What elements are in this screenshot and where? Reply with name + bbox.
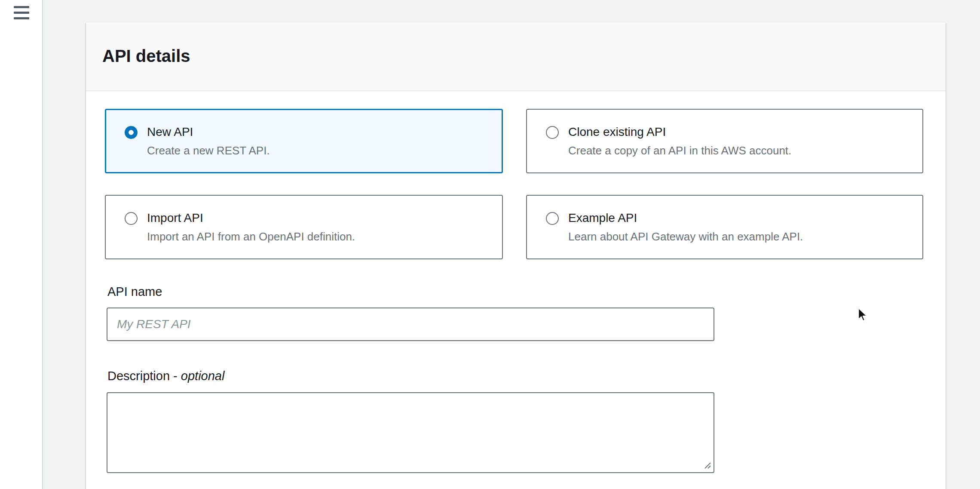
panel-header: API details <box>86 22 946 91</box>
hamburger-menu-icon[interactable] <box>13 5 30 22</box>
collapsed-sidebar <box>0 0 43 489</box>
description-optional-text: optional <box>181 369 225 383</box>
option-label: Example API <box>568 211 803 225</box>
api-type-option-import-api[interactable]: Import API Import an API from an OpenAPI… <box>105 195 503 259</box>
radio-unselected-icon[interactable] <box>125 212 138 225</box>
radio-unselected-icon[interactable] <box>546 126 559 139</box>
description-label: Description - optional <box>107 368 224 384</box>
hamburger-bar <box>14 12 29 14</box>
hamburger-bar <box>14 6 29 8</box>
hamburger-bar <box>14 17 29 19</box>
api-name-label: API name <box>107 284 162 299</box>
description-textarea[interactable] <box>107 392 714 473</box>
api-name-input[interactable] <box>107 308 714 341</box>
radio-unselected-icon[interactable] <box>546 212 559 225</box>
page-title: API details <box>102 46 190 65</box>
option-description: Import an API from an OpenAPI definition… <box>147 229 355 244</box>
api-type-option-example-api[interactable]: Example API Learn about API Gateway with… <box>526 195 923 259</box>
option-label: New API <box>147 125 270 139</box>
api-type-option-new-api[interactable]: New API Create a new REST API. <box>105 109 503 173</box>
option-description: Create a new REST API. <box>147 143 270 158</box>
radio-selected-icon[interactable] <box>125 126 138 139</box>
description-label-text: Description - <box>107 369 178 383</box>
option-label: Clone existing API <box>568 125 791 139</box>
option-description: Learn about API Gateway with an example … <box>568 229 803 244</box>
option-description: Create a copy of an API in this AWS acco… <box>568 143 791 158</box>
option-label: Import API <box>147 211 355 225</box>
api-type-option-clone-existing-api[interactable]: Clone existing API Create a copy of an A… <box>526 109 923 173</box>
